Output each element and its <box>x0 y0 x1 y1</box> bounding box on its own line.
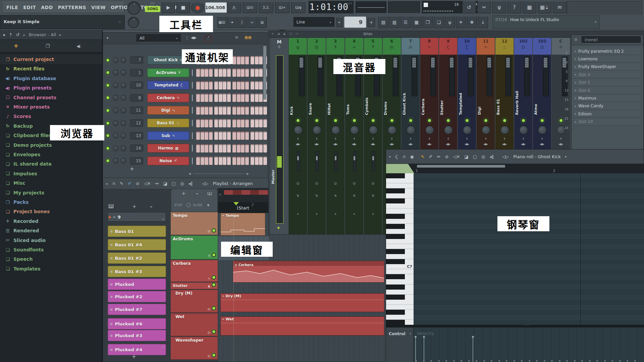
black-key[interactable] <box>386 224 414 229</box>
step-cell[interactable] <box>259 144 263 153</box>
channel-volume-knob[interactable] <box>121 145 126 151</box>
paint-drum-icon[interactable]: ✏ <box>437 154 441 159</box>
edit-mode-button[interactable]: ∞ <box>248 16 257 28</box>
step-cell[interactable] <box>205 106 208 115</box>
key-label-c7[interactable]: C7 <box>386 264 414 269</box>
updown-arrows-icon[interactable]: ⇕ <box>326 137 344 140</box>
playlist-clip-area[interactable]: ⌁ Tempo ≡ Cerbera ⌁ Dry (M) <box>218 213 389 362</box>
caret-icon[interactable]: ∧ <box>326 212 344 216</box>
channel-enable-led[interactable] <box>106 83 110 87</box>
step-cell[interactable] <box>209 131 213 140</box>
search-icon[interactable]: ⌕ <box>23 32 25 38</box>
step-cell[interactable] <box>196 81 200 89</box>
step-cell[interactable] <box>232 81 236 89</box>
add-pattern-list-button[interactable]: + <box>132 354 136 360</box>
track-led[interactable] <box>212 253 216 257</box>
step-cell[interactable] <box>214 106 218 115</box>
black-key[interactable] <box>386 188 414 193</box>
snap-selector[interactable]: Line ▸ <box>293 17 334 27</box>
playback-icon[interactable]: ◂‖ <box>489 154 494 159</box>
mixer-strip-header[interactable]: 103 Ω <box>533 38 551 55</box>
step-cell[interactable] <box>245 131 249 140</box>
channel-button[interactable]: Temptated ζ <box>147 81 189 89</box>
track-lane-header[interactable]: Waveshaper ⋯ ılı <box>171 337 218 360</box>
step-cell[interactable] <box>227 144 231 153</box>
caret-icon[interactable]: ∧ <box>289 212 307 216</box>
step-cell[interactable] <box>259 81 263 89</box>
channel-number[interactable]: 10 <box>130 81 143 89</box>
updown-arrows-icon[interactable]: ⇕ <box>383 137 401 140</box>
step-cell[interactable] <box>241 157 245 165</box>
step-cell[interactable] <box>263 144 267 153</box>
stop-button[interactable]: ■ <box>176 2 190 13</box>
transport-option-button[interactable]: Ш⊙ <box>243 2 257 13</box>
channel-enable-led[interactable] <box>106 146 110 150</box>
mixer-strip[interactable]: 1 ψ Kick ⇕ ◀▶ ⊙ ⇅ ∧ <box>289 38 307 234</box>
updown-arrows-icon[interactable]: ⇕ <box>533 137 551 140</box>
play-button[interactable]: ▶ <box>162 2 175 13</box>
pattern-row[interactable]: ≡ Bass 01 #2 <box>108 252 166 264</box>
send-clock-icon[interactable]: ⊙ <box>308 181 326 186</box>
step-cell[interactable] <box>259 119 263 127</box>
browser-item[interactable]: ❏ Soundfonts <box>0 245 102 254</box>
step-cell[interactable] <box>219 68 222 77</box>
channel-button[interactable]: Bass 01 ♨ <box>147 119 189 127</box>
mixer-strip-header[interactable]: 8 ∿ <box>420 38 438 55</box>
leftright-arrows-icon[interactable]: ◀▶ <box>477 142 495 146</box>
velocity-stem[interactable] <box>415 337 416 362</box>
collapse-icon[interactable]: ▸ <box>3 32 6 37</box>
effect-slot[interactable]: ▸ Slot 5 <box>573 79 640 86</box>
leftright-arrows-icon[interactable]: ◀▶ <box>533 142 551 146</box>
mixer-strip-led[interactable] <box>409 118 413 123</box>
pattern-icon[interactable]: Ш <box>207 191 212 196</box>
leftright-arrows-icon[interactable]: ◀▶ <box>495 142 514 146</box>
step-cell[interactable] <box>201 144 204 153</box>
send-clock-icon[interactable]: ⊙ <box>345 181 363 186</box>
pattern-row[interactable]: ≡ Plucked <box>108 279 166 290</box>
stereo-sep-slider[interactable] <box>316 151 319 171</box>
piano-roll-grid[interactable] <box>414 173 644 325</box>
browser-tab-files-icon[interactable]: ❐ <box>46 43 50 49</box>
step-cell[interactable] <box>241 94 245 102</box>
step-cell[interactable] <box>237 106 240 115</box>
select-icon[interactable]: ▢ <box>473 154 477 159</box>
updown-arrows-icon[interactable]: ⇕ <box>401 137 420 140</box>
route-arrows-icon[interactable]: ⇅ <box>326 194 344 197</box>
mixer-strip-led[interactable] <box>446 118 450 123</box>
step-cell[interactable] <box>255 144 259 153</box>
channel-number[interactable]: 13 <box>130 132 143 139</box>
channel-number[interactable]: 14 <box>130 144 143 152</box>
mixer-strip-meter[interactable] <box>318 57 323 96</box>
tempo-clip[interactable]: ⌁ Tempo <box>220 213 265 236</box>
mixer-strip-knob[interactable] <box>313 126 321 134</box>
black-key[interactable] <box>386 274 414 279</box>
browser-item[interactable]: ❏ Misc <box>0 178 102 188</box>
effect-slot[interactable]: ▸ Maximus <box>573 95 640 102</box>
pattern-row[interactable]: ≡ Plucked #4 <box>108 344 166 355</box>
step-cell[interactable] <box>251 144 254 153</box>
step-cell[interactable] <box>232 157 236 165</box>
pat-label[interactable]: PAT <box>145 2 160 6</box>
leftright-arrows-icon[interactable]: ◀▶ <box>364 142 382 146</box>
tempo-display[interactable]: 106.508 <box>205 2 228 13</box>
black-key[interactable] <box>386 310 414 315</box>
leftright-arrows-icon[interactable]: ◀▶ <box>514 142 532 146</box>
add-pattern-button[interactable]: + <box>368 17 375 27</box>
updown-arrows-icon[interactable]: ⇕ <box>289 137 307 140</box>
white-key[interactable] <box>386 239 414 244</box>
mixer-strip-led[interactable] <box>315 118 319 123</box>
step-cell[interactable] <box>259 94 263 102</box>
mixer-strip-header[interactable]: 9 Ϛ <box>439 38 457 55</box>
stereo-sep-slider[interactable] <box>297 151 300 171</box>
wrench-icon[interactable]: Ϛ <box>395 154 398 159</box>
browser-tab-sounds-icon[interactable]: ◀: <box>76 44 81 49</box>
slice-icon[interactable]: ◪ <box>163 181 167 186</box>
channel-target-slider[interactable] <box>192 132 193 139</box>
step-cell[interactable] <box>232 131 236 140</box>
step-cell[interactable] <box>201 106 204 115</box>
mixer-strip-meter[interactable] <box>412 57 417 96</box>
updown-arrows-icon[interactable]: ⇕ <box>514 137 532 140</box>
black-key[interactable] <box>386 214 414 219</box>
step-cell[interactable] <box>201 119 204 127</box>
mixer-strip-knob[interactable] <box>444 126 453 134</box>
